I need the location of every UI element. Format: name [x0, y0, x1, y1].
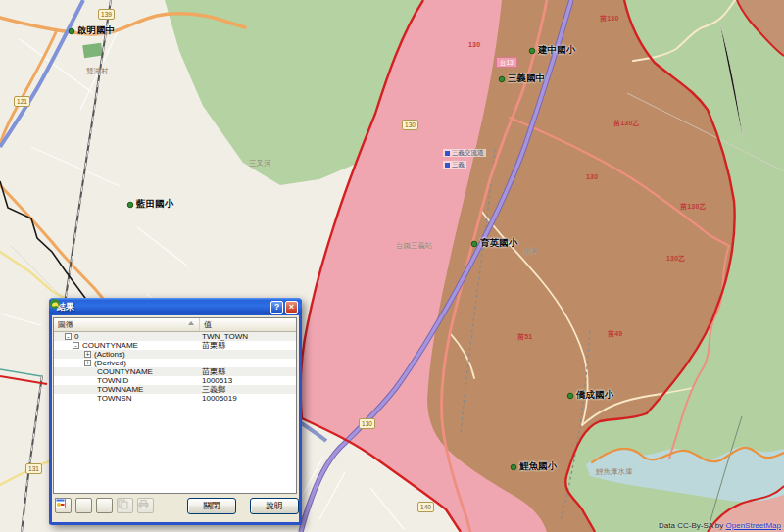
dialog-title: 結果	[57, 301, 269, 314]
row-key: (Derived)	[94, 359, 126, 367]
sort-indicator-icon	[188, 321, 194, 325]
column-header-label: 圖徵	[58, 320, 74, 329]
map-canvas[interactable]: 啟明國中 藍田國小 建中國小 三義國中 育英國小 僑成國小 鯉魚國小 雙湖村 三…	[0, 0, 784, 532]
close-titlebar-button[interactable]: ×	[285, 301, 298, 314]
route-shield: 140	[417, 502, 434, 512]
expand-expander-icon[interactable]: +	[84, 351, 91, 358]
print-icon	[138, 499, 149, 509]
school-marker	[499, 76, 505, 82]
school-marker	[127, 202, 133, 208]
close-button[interactable]: 關閉	[187, 498, 236, 514]
help-button[interactable]: 說明	[250, 498, 299, 514]
school-marker	[567, 393, 573, 399]
row-value	[200, 359, 296, 367]
tree-row[interactable]: +(Actions)	[54, 350, 296, 359]
row-key: TOWNSN	[97, 394, 131, 403]
route-shield: 121	[14, 96, 30, 107]
results-toolbar	[55, 498, 154, 513]
tree-row[interactable]: COUNTYNAME 苗栗縣	[54, 367, 296, 376]
expand-new-results-button[interactable]	[96, 498, 113, 513]
collapse-tree-button[interactable]	[75, 498, 92, 513]
exit-marker-icon	[445, 151, 450, 156]
expand-new-results-icon	[55, 498, 66, 508]
park-area	[82, 43, 103, 59]
tree-row[interactable]: -0 TWN_TOWN	[54, 332, 296, 341]
tree-row[interactable]: -COUNTYNAME 苗栗縣	[54, 341, 296, 350]
row-key: COUNTYNAME	[82, 341, 138, 350]
route-shield: 130	[402, 120, 418, 130]
motorway-exit-label: 三義交流道	[443, 149, 486, 157]
row-value: TWN_TOWN	[200, 332, 296, 341]
column-header-value[interactable]: 值	[200, 318, 296, 331]
collapse-expander-icon[interactable]: -	[73, 342, 79, 349]
row-key: COUNTYNAME	[97, 367, 153, 376]
tree-row[interactable]: TOWNID 1000513	[54, 376, 296, 385]
row-value: 10005019	[200, 394, 296, 403]
row-key: TOWNID	[97, 376, 128, 385]
expand-expander-icon[interactable]: +	[84, 360, 91, 366]
route-shield: 139	[98, 9, 115, 20]
results-tree-header: 圖徵 值	[54, 318, 296, 332]
row-value: 三義鄉	[200, 385, 296, 394]
exit-label-text: 三義交流道	[452, 149, 484, 157]
dialog-titlebar[interactable]: 結果 ? ×	[49, 298, 302, 315]
tree-row[interactable]: +(Derived)	[54, 359, 296, 367]
copy-attributes-button	[117, 498, 133, 513]
route-shield: 131	[25, 463, 42, 474]
route-shield: 130	[359, 418, 375, 429]
column-header-feature[interactable]: 圖徵	[54, 318, 200, 331]
row-value: 苗栗縣	[200, 341, 296, 350]
copy-icon	[118, 499, 128, 509]
collapse-expander-icon[interactable]: -	[65, 333, 72, 340]
qgis-app-icon	[49, 298, 61, 310]
row-value: 1000513	[200, 376, 296, 385]
results-tree[interactable]: 圖徵 值 -0 TWN_TOWN -COUNTYNAME 苗栗縣 +(Actio…	[53, 317, 297, 494]
motorway-exit-label: 三義	[443, 161, 466, 169]
row-value	[200, 350, 296, 359]
row-value: 苗栗縣	[200, 367, 296, 376]
exit-label-text: 三義	[452, 161, 465, 169]
help-titlebar-button[interactable]: ?	[270, 301, 283, 314]
openstreetmap-link[interactable]: OpenStreetMap	[726, 521, 781, 530]
route-box: 台13	[496, 57, 517, 68]
tree-row[interactable]: TOWNNAME 三義鄉	[54, 385, 296, 394]
identify-results-dialog: 結果 ? × 圖徵 值 -0 TWN_TOWN -COUNTYNAME 苗栗縣	[49, 298, 302, 525]
map-attribution: Data CC-By-SA by OpenStreetMap	[659, 521, 781, 530]
row-key: TOWNNAME	[97, 385, 143, 394]
school-marker	[471, 241, 477, 247]
row-key: 0	[74, 332, 78, 341]
print-button	[137, 498, 154, 513]
row-key: (Actions)	[94, 350, 125, 359]
school-marker	[529, 48, 535, 54]
school-marker	[511, 464, 516, 470]
school-marker	[69, 28, 74, 34]
column-header-label: 值	[204, 320, 212, 329]
tree-row[interactable]: TOWNSN 10005019	[54, 394, 296, 403]
exit-marker-icon	[445, 163, 450, 168]
attribution-text: Data CC-By-SA by	[659, 521, 725, 530]
